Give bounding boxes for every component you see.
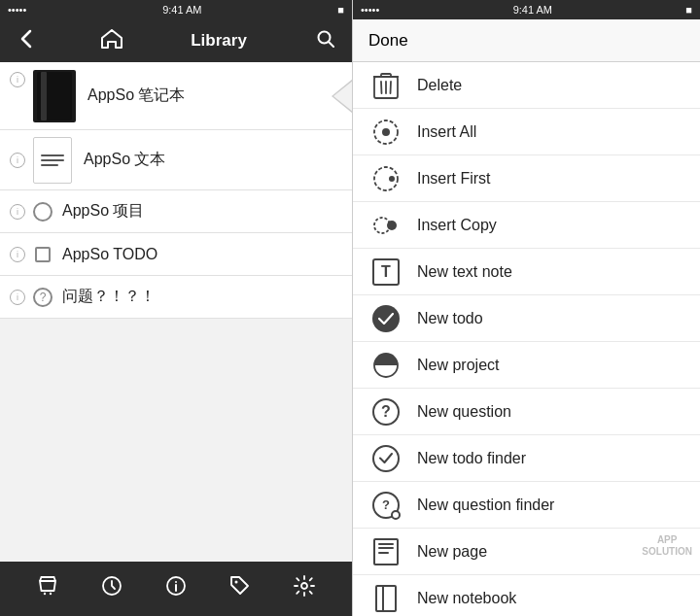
menu-item-insert-first[interactable]: Insert First	[353, 155, 700, 202]
menu-list: Delete Insert All Insert First	[353, 62, 700, 616]
new-text-note-label: New text note	[417, 263, 512, 281]
search-icon[interactable]	[311, 30, 340, 52]
info-badge[interactable]: i	[10, 247, 25, 262]
new-todo-finder-label: New todo finder	[417, 450, 526, 467]
right-panel: ••••• 9:41 AM ■ Done Delete	[353, 0, 700, 616]
check-circle-icon	[368, 441, 403, 476]
right-status-bar: ••••• 9:41 AM ■	[353, 0, 700, 19]
left-battery: ■	[337, 4, 344, 16]
svg-point-20	[387, 221, 397, 230]
question-icon: ?	[33, 288, 52, 307]
svg-point-9	[301, 583, 307, 589]
circle-icon	[33, 202, 52, 222]
insert-first-icon	[368, 161, 403, 196]
notebook-icon	[33, 70, 76, 122]
trash-icon	[368, 68, 403, 103]
question-circle-icon: ?	[368, 394, 403, 429]
checkbox-icon	[33, 245, 52, 264]
svg-point-18	[389, 176, 395, 182]
page-icon	[368, 534, 403, 569]
new-page-label: New page	[417, 543, 487, 561]
left-time: 9:41 AM	[162, 4, 201, 16]
svg-line-13	[391, 82, 392, 93]
new-question-label: New question	[417, 403, 511, 421]
menu-item-new-notebook[interactable]: New notebook	[353, 575, 700, 616]
right-battery: ■	[685, 4, 692, 16]
menu-item-new-question[interactable]: ? New question	[353, 389, 700, 435]
info-badge[interactable]: i	[10, 72, 25, 87]
question-search-icon: ?	[368, 488, 403, 523]
list-item[interactable]: i AppSo TODO	[0, 233, 352, 276]
insert-copy-icon	[368, 208, 403, 243]
svg-line-12	[381, 82, 382, 93]
project-label: AppSo 项目	[62, 201, 144, 222]
clock-icon[interactable]	[100, 574, 123, 603]
menu-item-new-project[interactable]: New project	[353, 342, 700, 389]
text-t-icon: T	[368, 255, 403, 290]
menu-item-new-page[interactable]: New page	[353, 529, 700, 575]
library-list: i AppSo 笔记本 i AppSo 文本	[0, 62, 352, 562]
list-item[interactable]: i AppSo 项目	[0, 190, 352, 233]
svg-point-7	[175, 581, 177, 583]
left-signal: •••••	[8, 4, 26, 16]
delete-label: Delete	[417, 77, 462, 94]
menu-item-new-question-finder[interactable]: ? New question finder	[353, 482, 700, 529]
text-doc-label: AppSo 文本	[84, 150, 165, 170]
bottom-toolbar	[0, 562, 352, 616]
list-item[interactable]: i AppSo 笔记本	[0, 62, 352, 130]
text-doc-icon	[33, 137, 72, 184]
gear-icon[interactable]	[293, 574, 316, 603]
menu-item-insert-all[interactable]: Insert All	[353, 109, 700, 155]
svg-point-16	[382, 128, 390, 136]
menu-item-new-text-note[interactable]: T New text note	[353, 249, 700, 295]
menu-item-delete[interactable]: Delete	[353, 62, 700, 109]
menu-item-insert-copy[interactable]: Insert Copy	[353, 202, 700, 249]
arrow-badge-inner	[333, 81, 352, 112]
right-time: 9:41 AM	[513, 4, 552, 16]
menu-item-new-todo-finder[interactable]: New todo finder	[353, 435, 700, 482]
insert-copy-label: Insert Copy	[417, 217, 497, 234]
insert-all-label: Insert All	[417, 123, 476, 141]
svg-point-2	[44, 593, 46, 595]
info-badge[interactable]: i	[10, 290, 25, 305]
insert-first-label: Insert First	[417, 170, 491, 188]
library-title: Library	[191, 31, 247, 51]
list-item[interactable]: i AppSo 文本	[0, 130, 352, 190]
left-status-bar: ••••• 9:41 AM ■	[0, 0, 352, 19]
tag-icon[interactable]	[228, 574, 252, 603]
notebook-label: AppSo 笔记本	[88, 86, 185, 106]
back-button[interactable]	[12, 29, 41, 53]
right-nav-bar: Done	[353, 19, 700, 62]
checkmark-icon	[368, 301, 403, 336]
right-signal: •••••	[361, 4, 379, 16]
insert-all-icon	[368, 115, 403, 150]
svg-point-3	[50, 593, 52, 595]
new-notebook-label: New notebook	[417, 590, 516, 607]
left-panel: ••••• 9:41 AM ■ Library i	[0, 0, 353, 616]
svg-point-8	[235, 581, 238, 584]
new-project-label: New project	[417, 357, 499, 374]
new-todo-label: New todo	[417, 310, 483, 327]
new-notebook-icon	[368, 581, 403, 616]
question-label: 问题？！？！	[62, 287, 156, 307]
done-button[interactable]: Done	[368, 31, 408, 51]
left-nav-bar: Library	[0, 19, 352, 62]
new-question-finder-label: New question finder	[417, 496, 554, 514]
home-icon[interactable]	[97, 29, 126, 53]
pie-icon	[368, 348, 403, 383]
info-icon[interactable]	[164, 574, 188, 603]
shop-icon[interactable]	[36, 574, 59, 603]
menu-item-new-todo[interactable]: New todo	[353, 295, 700, 342]
info-badge[interactable]: i	[10, 204, 25, 220]
info-badge[interactable]: i	[10, 153, 25, 168]
list-item[interactable]: i ? 问题？！？！	[0, 276, 352, 319]
todo-label: AppSo TODO	[62, 246, 158, 263]
svg-line-1	[329, 42, 333, 47]
